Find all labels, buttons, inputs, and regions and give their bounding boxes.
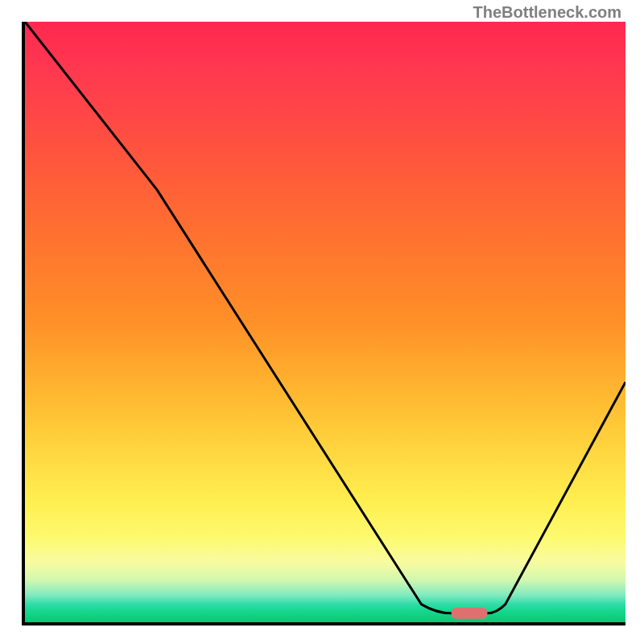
chart-curve-svg xyxy=(25,22,625,622)
bottleneck-curve xyxy=(25,22,625,613)
watermark-text: TheBottleneck.com xyxy=(473,3,621,22)
chart-plot-area xyxy=(22,22,625,625)
optimal-marker xyxy=(452,608,488,619)
